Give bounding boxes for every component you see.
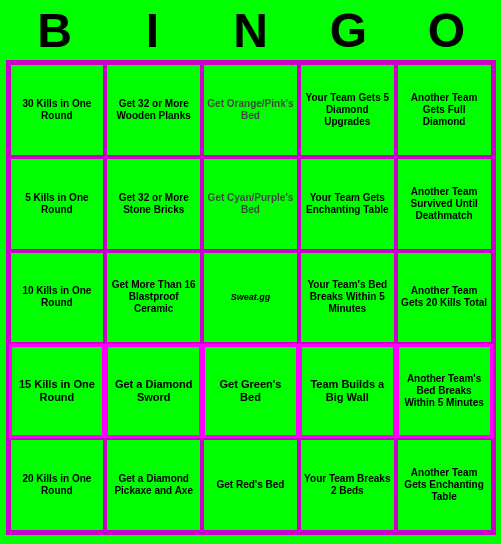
bingo-cell-1[interactable]: Get 32 or More Wooden Planks [105,63,202,157]
bingo-cell-3[interactable]: Your Team Gets 5 Diamond Upgrades [299,63,396,157]
bingo-grid: 30 Kills in One RoundGet 32 or More Wood… [6,60,496,535]
bingo-cell-7[interactable]: Get Cyan/Purple's Bed [202,157,299,251]
letter-g: G [304,3,394,58]
bingo-cell-2[interactable]: Get Orange/Pink's Bed [202,63,299,157]
bingo-cell-15[interactable]: 15 Kills in One Round [9,344,106,438]
bingo-cell-12[interactable]: Sweat.gg [202,251,299,345]
bingo-cell-16[interactable]: Get a Diamond Sword [105,344,202,438]
bingo-cell-21[interactable]: Get a Diamond Pickaxe and Axe [105,438,202,532]
letter-n: N [206,3,296,58]
bingo-cell-24[interactable]: Another Team Gets Enchanting Table [396,438,493,532]
letter-o: O [402,3,492,58]
bingo-cell-17[interactable]: Get Green's Bed [202,344,299,438]
bingo-cell-9[interactable]: Another Team Survived Until Deathmatch [396,157,493,251]
bingo-cell-5[interactable]: 5 Kills in One Round [9,157,106,251]
letter-i: I [108,3,198,58]
bingo-cell-19[interactable]: Another Team's Bed Breaks Within 5 Minut… [396,344,493,438]
bingo-cell-22[interactable]: Get Red's Bed [202,438,299,532]
bingo-cell-14[interactable]: Another Team Gets 20 Kills Total [396,251,493,345]
bingo-cell-13[interactable]: Your Team's Bed Breaks Within 5 Minutes [299,251,396,345]
letter-b: B [10,3,100,58]
bingo-cell-20[interactable]: 20 Kills in One Round [9,438,106,532]
bingo-header: B I N G O [6,0,496,60]
bingo-cell-0[interactable]: 30 Kills in One Round [9,63,106,157]
bingo-cell-8[interactable]: Your Team Gets Enchanting Table [299,157,396,251]
bingo-cell-11[interactable]: Get More Than 16 Blastproof Ceramic [105,251,202,345]
bingo-cell-23[interactable]: Your Team Breaks 2 Beds [299,438,396,532]
bingo-cell-18[interactable]: Team Builds a Big Wall [299,344,396,438]
bingo-cell-6[interactable]: Get 32 or More Stone Bricks [105,157,202,251]
bingo-cell-10[interactable]: 10 Kills in One Round [9,251,106,345]
bingo-cell-4[interactable]: Another Team Gets Full Diamond [396,63,493,157]
